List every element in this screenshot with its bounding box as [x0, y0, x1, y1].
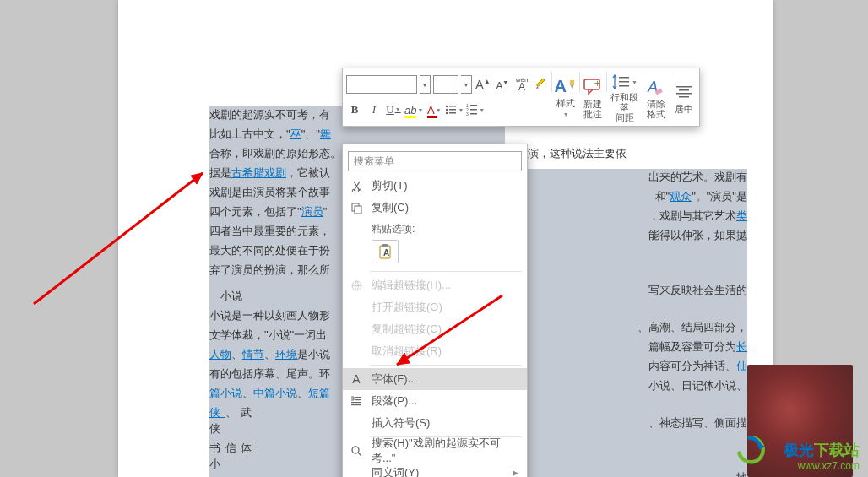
logo-title-2: 下载站 [814, 442, 860, 458]
menu-item-copy[interactable]: 复制(C) [343, 197, 527, 219]
doc-text: 出来的艺术。戏剧有 [648, 171, 747, 183]
annotation-arrow-bottom [342, 287, 511, 388]
brush-icon [534, 78, 548, 91]
new-comment-button[interactable]: + 新建批注 [581, 72, 605, 122]
copy-icon [348, 199, 365, 216]
comment-icon: + [583, 79, 602, 95]
heading-novel: 小说 [220, 290, 242, 302]
center-icon [675, 85, 692, 99]
decrease-font-button[interactable]: A▼ [494, 74, 511, 95]
doc-text: 书信体小 [209, 442, 252, 470]
svg-rect-25 [355, 206, 361, 214]
font-name-input[interactable] [346, 75, 417, 94]
svg-point-34 [352, 447, 359, 453]
submenu-arrow-icon: ▶ [513, 469, 518, 477]
spacing-icon [612, 74, 631, 89]
doc-text: 戏剧是由演员将某个故事 [209, 186, 330, 198]
svg-point-2 [446, 109, 448, 111]
line-paragraph-spacing-button[interactable]: ▼ 行和段落间距 [609, 72, 641, 122]
hyperlink-xia[interactable]: 侠 [209, 406, 225, 419]
doc-text: 能得以伸张，如果抛 [648, 229, 747, 241]
menu-search-input[interactable]: 搜索菜单 [348, 151, 522, 171]
hyperlink-lei[interactable]: 类 [736, 209, 747, 222]
svg-text:A: A [383, 248, 389, 257]
menu-search-placeholder: 搜索菜单 [354, 154, 394, 169]
svg-line-38 [34, 173, 203, 304]
clipboard-text-icon: A [377, 243, 393, 260]
center-align-button[interactable]: 居中 [672, 72, 696, 122]
svg-rect-15 [619, 81, 629, 83]
doc-text: 最大的不同的处便在于扮 [209, 244, 330, 257]
svg-rect-1 [449, 106, 456, 107]
menu-paste-options: 粘贴选项: A [343, 219, 527, 268]
numbering-button[interactable]: 123▼ [466, 100, 485, 120]
svg-rect-32 [351, 402, 361, 403]
font-color-button[interactable]: A▼ [426, 100, 442, 120]
svg-rect-21 [679, 96, 689, 98]
doc-text: ，它被认 [286, 166, 330, 179]
logo-url: www.xz7.com [784, 460, 860, 472]
logo-swirl-icon [735, 435, 765, 465]
doc-text: 比如上古中文，" [209, 127, 290, 140]
format-painter-button[interactable] [533, 74, 550, 95]
svg-rect-31 [355, 399, 361, 400]
doc-text: 四个元素，包括了" [209, 205, 301, 218]
styles-button[interactable]: A 样式 ▼ [554, 72, 578, 122]
hyperlink-environment[interactable]: 环境 [275, 348, 297, 360]
hyperlink-actor[interactable]: 演员 [301, 205, 323, 218]
svg-rect-3 [449, 109, 456, 111]
svg-rect-20 [676, 93, 692, 95]
svg-text:+: + [594, 79, 600, 89]
doc-text: 篇幅及容量可分为 [648, 340, 736, 353]
menu-separator [370, 271, 522, 272]
font-name-dropdown[interactable]: ▼ [420, 75, 431, 94]
doc-text: 、 [297, 387, 308, 399]
svg-point-0 [446, 106, 448, 107]
menu-item-search[interactable]: 搜索(H)"戏剧的起源实不可考..." [343, 440, 527, 462]
paste-options-label: 粘贴选项: [372, 222, 518, 236]
cut-icon [348, 177, 365, 194]
menu-item-insert-symbol[interactable]: 插入符号(S) [343, 412, 527, 434]
highlight-color-button[interactable]: ab▼ [404, 100, 423, 120]
doc-text: "、" [301, 127, 320, 140]
doc-text: ，戏剧与其它艺术 [648, 209, 736, 222]
hyperlink-wu2[interactable]: 舞 [320, 127, 331, 140]
font-size-input[interactable] [433, 75, 458, 94]
paste-option-keep-text[interactable]: A [372, 240, 399, 263]
hyperlink-audience[interactable]: 观众 [670, 190, 692, 203]
hyperlink-plot[interactable]: 情节 [242, 348, 264, 360]
hyperlink-people[interactable]: 人物 [209, 348, 231, 360]
bullets-button[interactable]: ▼ [445, 100, 464, 120]
doc-text: 、高潮、结局四部分， [637, 321, 747, 333]
menu-item-cut[interactable]: 剪切(T) [343, 175, 527, 197]
hyperlink-wu[interactable]: 巫 [290, 127, 301, 140]
increase-font-button[interactable]: A▲ [475, 74, 491, 95]
hyperlink-chang[interactable]: 长 [736, 340, 747, 353]
svg-rect-5 [449, 112, 456, 114]
font-size-dropdown[interactable]: ▼ [461, 75, 472, 94]
doc-text: 、 [264, 348, 275, 360]
italic-button[interactable]: I [366, 100, 382, 120]
svg-rect-11 [470, 113, 477, 115]
numbering-icon: 123 [466, 104, 478, 116]
clear-formatting-button[interactable]: A 清除格式 [644, 72, 668, 122]
doc-text: 内容可分为神话、 [648, 360, 736, 372]
doc-text: 四者当中最重要的元素， [209, 225, 330, 237]
bold-button[interactable]: B [346, 100, 363, 120]
underline-button[interactable]: U▼ [385, 100, 402, 120]
doc-text: "。"演员"是 [692, 190, 747, 203]
phonetic-guide-button[interactable]: wénA [513, 74, 530, 95]
selected-text-block-right[interactable]: 出来的艺术。戏剧有 和"观众"。"演员"是 ，戏剧与其它艺术类 能得以伸张，如果… [515, 169, 747, 477]
hyperlink-greek-theatre[interactable]: 古希腊戏剧 [231, 166, 286, 179]
svg-rect-17 [655, 88, 663, 95]
eraser-icon [654, 85, 665, 95]
hyperlink-xian[interactable]: 仙 [736, 360, 747, 372]
svg-rect-30 [355, 397, 361, 398]
menu-item-paragraph[interactable]: 段落(P)... [343, 390, 527, 412]
annotation-arrow-top [25, 160, 220, 312]
hyperlink-long[interactable]: 篇小说 [209, 387, 242, 399]
doc-text: 、神态描写、侧面描 [648, 416, 747, 429]
doc-text: 、 [242, 387, 253, 399]
hyperlink-mid[interactable]: 中篇小说 [253, 387, 297, 399]
hyperlink-short[interactable]: 短篇 [308, 387, 330, 399]
